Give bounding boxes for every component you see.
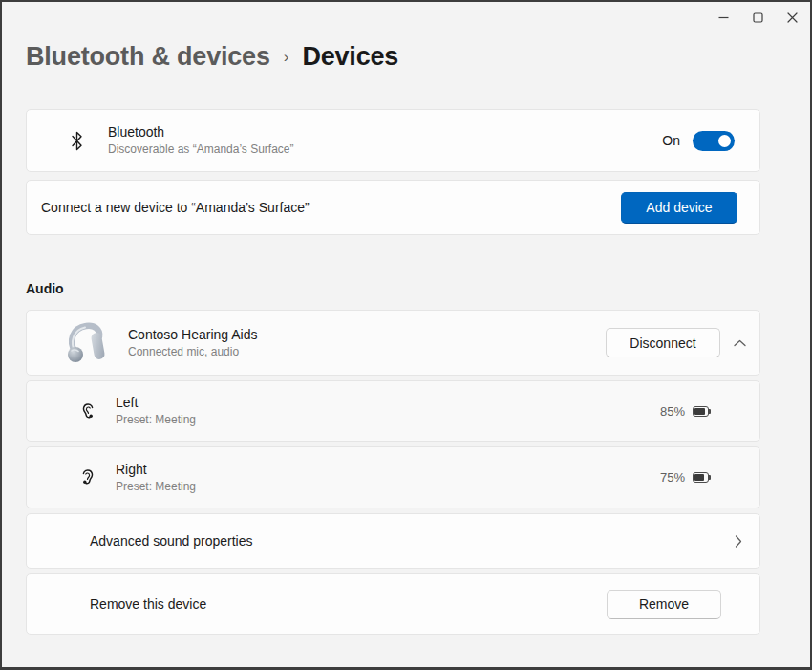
advanced-sound-row[interactable]: Advanced sound properties bbox=[26, 513, 760, 569]
audio-section-header: Audio bbox=[26, 279, 786, 298]
right-aid-row: Right Preset: Meeting 75% bbox=[26, 446, 760, 508]
hearing-aids-card: Contoso Hearing Aids Connected mic, audi… bbox=[26, 310, 760, 376]
chevron-right-icon bbox=[735, 535, 742, 548]
settings-window: Bluetooth & devices › Devices Bluetooth … bbox=[0, 0, 812, 670]
right-aid-title: Right bbox=[116, 461, 196, 479]
close-icon[interactable] bbox=[781, 7, 802, 28]
disconnect-button[interactable]: Disconnect bbox=[606, 328, 720, 357]
maximize-icon[interactable] bbox=[747, 7, 768, 28]
bluetooth-text: Bluetooth Discoverable as “Amanda’s Surf… bbox=[108, 123, 294, 158]
add-device-button[interactable]: Add device bbox=[621, 192, 737, 224]
title-bar bbox=[2, 2, 810, 31]
bluetooth-icon bbox=[68, 131, 85, 151]
left-aid-title: Left bbox=[116, 394, 196, 412]
breadcrumb: Bluetooth & devices › Devices bbox=[26, 38, 786, 75]
hearing-aids-title: Contoso Hearing Aids bbox=[128, 326, 257, 344]
chevron-up-icon[interactable] bbox=[720, 324, 759, 362]
bluetooth-title: Bluetooth bbox=[108, 123, 294, 141]
bluetooth-toggle[interactable] bbox=[693, 131, 735, 151]
window-controls bbox=[713, 7, 802, 28]
battery-icon bbox=[693, 472, 711, 483]
battery-icon bbox=[693, 406, 711, 417]
left-aid-subtitle: Preset: Meeting bbox=[116, 412, 196, 428]
remove-device-label: Remove this device bbox=[90, 596, 206, 612]
minimize-icon[interactable] bbox=[713, 7, 734, 28]
add-device-card: Connect a new device to “Amanda’s Surfac… bbox=[26, 180, 760, 235]
left-aid-text: Left Preset: Meeting bbox=[116, 394, 196, 428]
hearing-aids-subtitle: Connected mic, audio bbox=[128, 344, 257, 360]
remove-button[interactable]: Remove bbox=[607, 590, 721, 619]
right-aid-text: Right Preset: Meeting bbox=[116, 461, 196, 495]
breadcrumb-parent[interactable]: Bluetooth & devices bbox=[26, 38, 270, 75]
remove-device-row: Remove this device Remove bbox=[26, 573, 760, 635]
breadcrumb-chevron-icon: › bbox=[284, 39, 289, 76]
bluetooth-card: Bluetooth Discoverable as “Amanda’s Surf… bbox=[26, 109, 760, 172]
add-device-label: Connect a new device to “Amanda’s Surfac… bbox=[41, 200, 310, 215]
hearing-aids-text: Contoso Hearing Aids Connected mic, audi… bbox=[128, 326, 257, 360]
hearing-aids-image bbox=[65, 320, 109, 366]
bluetooth-subtitle: Discoverable as “Amanda’s Surface” bbox=[108, 141, 294, 158]
left-battery-percent: 85% bbox=[660, 404, 685, 419]
page-title: Devices bbox=[302, 38, 398, 75]
right-battery-percent: 75% bbox=[660, 470, 685, 485]
ear-right-icon bbox=[79, 468, 96, 486]
page-content: Bluetooth Discoverable as “Amanda’s Surf… bbox=[2, 109, 810, 635]
ear-left-icon bbox=[79, 402, 96, 421]
toggle-knob bbox=[718, 135, 731, 147]
right-aid-subtitle: Preset: Meeting bbox=[116, 479, 196, 495]
toggle-state-label: On bbox=[662, 133, 680, 148]
left-aid-row: Left Preset: Meeting 85% bbox=[26, 380, 760, 442]
advanced-sound-label: Advanced sound properties bbox=[90, 533, 252, 549]
